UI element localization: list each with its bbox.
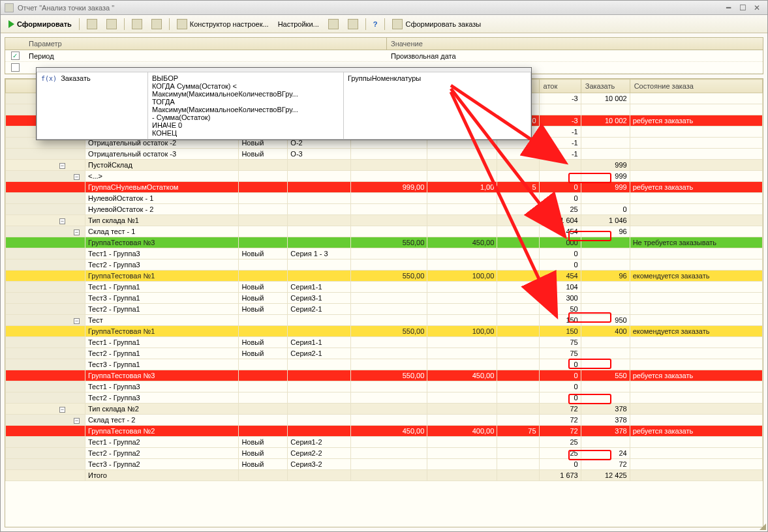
param-col-header: Параметр	[25, 38, 387, 50]
cell-status	[630, 404, 762, 415]
table-row[interactable]: −<...>999	[6, 171, 763, 182]
help-button[interactable]: ?	[369, 19, 382, 29]
cell-ser	[288, 326, 350, 337]
cell-name: Итого	[85, 470, 239, 481]
table-row[interactable]: Тест1 - Группа1НовыйСерия1-1104	[6, 282, 763, 293]
cell-v2	[427, 470, 497, 481]
tb-icon-3[interactable]	[128, 18, 146, 31]
cell-ser: Серия2-2	[288, 448, 350, 459]
cell-v1	[350, 171, 427, 182]
table-row[interactable]: Тест1 - Группа1НовыйСерия1-175	[6, 337, 763, 348]
table-row[interactable]: ГруппаТестовая №1550,00100,00150400екоме…	[6, 326, 763, 337]
cell-v1	[350, 359, 427, 370]
col-ostatok[interactable]: аток	[539, 80, 581, 93]
table-row[interactable]: ГруппаТестовая №3550,00450,00000Не требу…	[6, 237, 763, 248]
cell-ser	[288, 370, 350, 381]
cell-v2	[427, 160, 497, 171]
tree-toggle-icon[interactable]: −	[59, 407, 65, 413]
table-row[interactable]: Тест2 - Группа2НовыйСерия2-22524	[6, 448, 763, 459]
cell-v1	[350, 315, 427, 326]
cell-ser: Серия1-1	[288, 337, 350, 348]
tb-icon-2[interactable]	[102, 18, 121, 31]
cell-name: Тест1 - Группа3	[85, 248, 239, 259]
table-row[interactable]: ГруппаТестовая №3550,00450,000550ребуетс…	[6, 370, 763, 381]
cell-status	[630, 293, 762, 304]
cell-v2	[427, 259, 497, 271]
tb-icon-6[interactable]	[344, 18, 362, 31]
cell-ser	[288, 171, 350, 182]
doc-icon	[392, 19, 403, 29]
minimize-button[interactable]: ━	[722, 3, 735, 13]
tree-toggle-icon[interactable]: −	[74, 229, 80, 235]
table-row[interactable]: НулевойОстаток - 2250	[6, 204, 763, 215]
maximize-button[interactable]: ☐	[736, 3, 749, 13]
constructor-button[interactable]: Конструктор настроек...	[173, 18, 273, 31]
table-row[interactable]: −Тест150950	[6, 315, 763, 326]
table-row[interactable]: Тест3 - Группа2НовыйСерия3-2072	[6, 459, 763, 470]
cell-ostatok: 0	[539, 392, 581, 404]
tree-toggle-icon[interactable]: −	[74, 318, 80, 324]
cell-v3: 5	[497, 182, 539, 193]
cell-v3	[497, 215, 539, 226]
table-row[interactable]: Тест1 - Группа30	[6, 381, 763, 392]
resize-handle-icon[interactable]	[756, 520, 767, 531]
form-button[interactable]: Сформировать	[5, 19, 76, 29]
col-zakazat[interactable]: Заказать	[581, 80, 630, 93]
tb-icon-4[interactable]	[147, 18, 166, 31]
cell-v2	[427, 348, 497, 359]
table-row[interactable]: Тест2 - Группа1НовыйСерия2-150	[6, 304, 763, 315]
settings-button[interactable]: Настройки...	[274, 19, 323, 29]
cell-status	[630, 138, 762, 149]
tree-toggle-icon[interactable]: −	[59, 218, 65, 224]
table-row[interactable]: ГруппаТестовая №1550,00100,0045496екомен…	[6, 271, 763, 282]
table-row[interactable]: Тест2 - Группа1НовыйСерия2-175	[6, 348, 763, 359]
cell-zakazat: 96	[581, 271, 630, 282]
grid-scroll[interactable]: аток Заказать Состояние заказа -310 002−…	[5, 79, 763, 527]
cell-name: ГруппаСНулевымОстатком	[85, 182, 239, 193]
checkbox-checked-icon[interactable]: ✓	[11, 52, 20, 60]
cell-v1	[350, 470, 427, 481]
param-row-period[interactable]: ✓ Период Произвольная дата	[5, 50, 763, 62]
table-row[interactable]: Тест1 - Группа3НовыйСерия 1 - 30	[6, 248, 763, 259]
cell-zakazat: 378	[581, 426, 630, 437]
cell-status: Не требуется заказывать	[630, 237, 762, 248]
col-state[interactable]: Состояние заказа	[630, 80, 762, 93]
table-row[interactable]: ГруппаСНулевымОстатком999,001,0050999реб…	[6, 182, 763, 193]
table-row[interactable]: ГруппаТестовая №2450,00400,007572378ребу…	[6, 426, 763, 437]
tree-toggle-icon[interactable]: −	[59, 163, 65, 169]
checkbox-icon[interactable]	[11, 63, 20, 72]
table-row[interactable]: НулевойОстаток - 10	[6, 193, 763, 204]
cell-status	[630, 415, 762, 426]
cell-name: Тест3 - Группа2	[85, 459, 239, 470]
table-row[interactable]: Тест3 - Группа1НовыйСерия3-1300	[6, 293, 763, 304]
table-row[interactable]: Тест1 - Группа2НовыйСерия1-225	[6, 437, 763, 448]
tree-toggle-icon[interactable]: −	[74, 174, 80, 180]
table-row[interactable]: Тест2 - Группа30	[6, 259, 763, 271]
cell-ostatok: 72	[539, 404, 581, 415]
close-button[interactable]: ✕	[750, 3, 763, 13]
grid-icon	[87, 19, 97, 29]
sheet-icon	[348, 19, 358, 29]
cell-ser: Серия3-1	[288, 293, 350, 304]
table-row[interactable]: Тест2 - Группа30	[6, 392, 763, 404]
cell-v3	[497, 226, 539, 237]
cell-v2	[427, 315, 497, 326]
table-row[interactable]: −Тип склада №272378	[6, 404, 763, 415]
table-row[interactable]: Тест3 - Группа10	[6, 359, 763, 370]
tb-icon-5[interactable]	[324, 18, 343, 31]
tb-icon-1[interactable]	[83, 18, 101, 31]
cell-ostatok: 25	[539, 448, 581, 459]
cell-v1	[350, 392, 427, 404]
cell-v1	[350, 160, 427, 171]
cell-status	[630, 359, 762, 370]
table-row[interactable]: −Склад тест - 272378	[6, 415, 763, 426]
cell-v2	[427, 415, 497, 426]
table-row[interactable]: −Склад тест - 11 45496	[6, 226, 763, 237]
tree-toggle-icon[interactable]: −	[74, 418, 80, 424]
table-row[interactable]: Итого1 67312 425	[6, 470, 763, 481]
form-orders-button[interactable]: Сформировать заказы	[388, 18, 485, 31]
table-row[interactable]: −ПустойСклад999	[6, 160, 763, 171]
cell-zakazat	[581, 126, 630, 138]
table-row[interactable]: Отрицательный остаток -3НовыйО-3-1	[6, 149, 763, 160]
table-row[interactable]: −Тип склада №11 6041 046	[6, 215, 763, 226]
